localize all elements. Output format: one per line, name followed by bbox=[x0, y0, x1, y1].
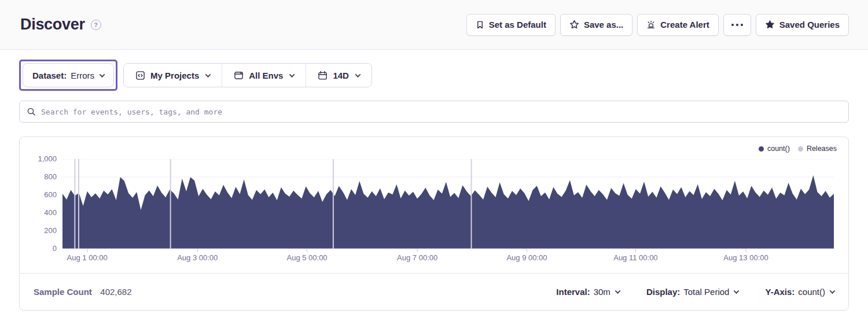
y-axis-tick-label: 200 bbox=[20, 226, 57, 235]
more-options-button[interactable] bbox=[723, 14, 751, 36]
star-outline-icon bbox=[569, 20, 579, 29]
search-bar bbox=[19, 101, 849, 123]
button-label: Set as Default bbox=[489, 20, 546, 29]
toolbar: Set as Default Save as... Create Alert S… bbox=[466, 14, 849, 36]
page-title: Discover bbox=[20, 16, 85, 34]
bookmark-icon bbox=[476, 20, 484, 29]
display-value: Total Period bbox=[683, 287, 729, 297]
x-axis-tick-label: Aug 13 00:00 bbox=[723, 253, 768, 262]
legend-dot-icon bbox=[798, 146, 803, 152]
x-axis-tick-label: Aug 11 00:00 bbox=[613, 253, 657, 262]
count-series-area[interactable] bbox=[62, 175, 834, 249]
dataset-value: Errors bbox=[71, 71, 94, 80]
y-axis-tick-label: 1,000 bbox=[20, 154, 57, 163]
button-label: Saved Queries bbox=[779, 20, 840, 29]
legend-label: Releases bbox=[807, 145, 837, 153]
legend-label: count() bbox=[767, 145, 790, 153]
chart-area: count()Releases 02004006008001,000 Aug 1… bbox=[20, 137, 848, 273]
chart-plot[interactable] bbox=[62, 159, 834, 253]
projects-icon bbox=[135, 71, 145, 80]
x-axis-tick-label: Aug 1 00:00 bbox=[67, 253, 108, 262]
page-filter-bar: My Projects All Envs 14D bbox=[123, 63, 372, 87]
saved-queries-button[interactable]: Saved Queries bbox=[756, 14, 849, 36]
display-dropdown[interactable]: Display: Total Period bbox=[646, 287, 739, 297]
ellipsis-icon bbox=[731, 14, 743, 36]
chart-legend: count()Releases bbox=[759, 145, 837, 153]
interval-dropdown[interactable]: Interval: 30m bbox=[556, 287, 620, 297]
sample-count-label: Sample Count bbox=[34, 287, 92, 297]
environment-label: All Envs bbox=[249, 71, 283, 80]
projects-dropdown[interactable]: My Projects bbox=[124, 64, 222, 87]
sample-count-value: 402,682 bbox=[100, 287, 131, 297]
dataset-dropdown[interactable]: Dataset: Errors bbox=[23, 63, 114, 87]
projects-label: My Projects bbox=[150, 71, 199, 80]
y-axis-tick-label: 400 bbox=[20, 208, 57, 217]
footer-controls: Interval: 30m Display: Total Period Y-Ax… bbox=[556, 287, 834, 297]
interval-value: 30m bbox=[594, 287, 610, 297]
environment-dropdown[interactable]: All Envs bbox=[222, 64, 306, 87]
x-axis-tick-label: Aug 9 00:00 bbox=[506, 253, 547, 262]
legend-dot-icon bbox=[759, 146, 764, 152]
x-axis-tick-label: Aug 5 00:00 bbox=[286, 253, 327, 262]
button-label: Save as... bbox=[584, 20, 623, 29]
help-icon[interactable]: ? bbox=[91, 20, 101, 30]
date-range-dropdown[interactable]: 14D bbox=[306, 64, 372, 87]
yaxis-value: count() bbox=[798, 287, 825, 297]
chevron-down-icon bbox=[100, 72, 105, 78]
chevron-down-icon bbox=[289, 72, 295, 78]
main-content: Dataset: Errors My Projects All Envs 14D bbox=[0, 60, 868, 311]
filter-row: Dataset: Errors My Projects All Envs 14D bbox=[19, 60, 849, 91]
chevron-down-icon bbox=[830, 288, 836, 294]
yaxis-dropdown[interactable]: Y-Axis: count() bbox=[765, 287, 834, 297]
title-wrap: Discover ? bbox=[20, 16, 101, 34]
sample-count: Sample Count 402,682 bbox=[34, 287, 132, 297]
x-axis-tick-label: Aug 3 00:00 bbox=[177, 253, 218, 262]
y-axis-tick-label: 600 bbox=[20, 190, 57, 199]
interval-label: Interval: bbox=[556, 287, 590, 297]
x-axis-tick-label: Aug 7 00:00 bbox=[397, 253, 437, 262]
siren-icon bbox=[646, 20, 656, 29]
chevron-down-icon bbox=[734, 288, 740, 294]
chevron-down-icon bbox=[355, 72, 361, 78]
calendar-icon bbox=[318, 71, 328, 80]
yaxis-label: Y-Axis: bbox=[765, 287, 795, 297]
page-header: Discover ? Set as Default Save as... Cre… bbox=[0, 0, 868, 50]
star-filled-icon bbox=[765, 20, 775, 29]
legend-item[interactable]: count() bbox=[759, 145, 790, 153]
set-as-default-button[interactable]: Set as Default bbox=[466, 14, 556, 36]
y-axis-tick-label: 0 bbox=[20, 244, 57, 253]
legend-item[interactable]: Releases bbox=[798, 145, 837, 153]
dataset-label: Dataset: bbox=[32, 71, 67, 80]
chevron-down-icon bbox=[615, 288, 620, 294]
y-axis-tick-label: 800 bbox=[20, 172, 57, 181]
dataset-highlight-ring: Dataset: Errors bbox=[19, 60, 117, 91]
search-icon bbox=[27, 107, 36, 116]
save-as-button[interactable]: Save as... bbox=[560, 14, 632, 36]
date-range-label: 14D bbox=[333, 71, 349, 80]
button-label: Create Alert bbox=[660, 20, 709, 29]
search-input[interactable] bbox=[41, 108, 841, 116]
create-alert-button[interactable]: Create Alert bbox=[637, 14, 718, 36]
display-label: Display: bbox=[646, 287, 680, 297]
chart-footer: Sample Count 402,682 Interval: 30m Displ… bbox=[20, 273, 848, 310]
chevron-down-icon bbox=[205, 72, 211, 78]
window-icon bbox=[234, 71, 244, 80]
chart-panel: count()Releases 02004006008001,000 Aug 1… bbox=[19, 136, 849, 311]
